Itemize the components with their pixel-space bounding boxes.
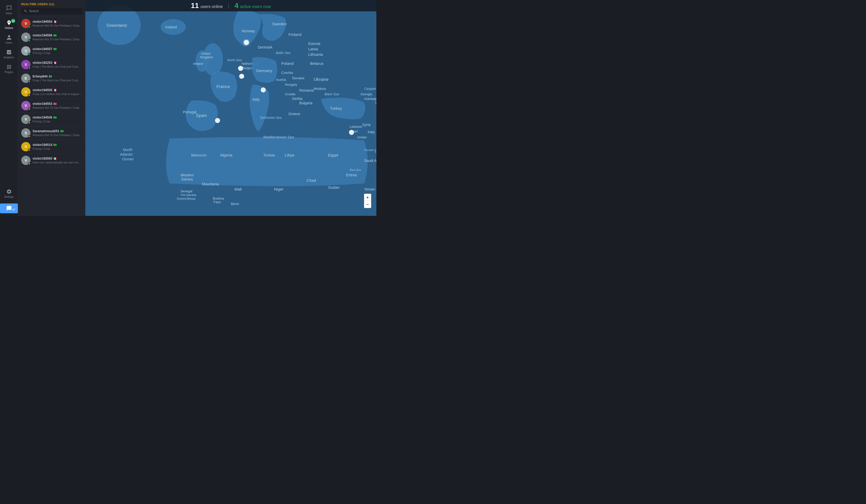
svg-text:Belarus: Belarus xyxy=(310,61,324,66)
zoom-controls: + − xyxy=(364,194,371,208)
avatar-wrap: E xyxy=(21,73,31,83)
svg-text:Germany: Germany xyxy=(256,68,273,73)
sidebar-label-analytics: Analytics xyxy=(4,56,14,59)
svg-point-85 xyxy=(261,88,266,93)
svg-text:Sudan: Sudan xyxy=(328,185,340,190)
visitor-info: visitor194556 🇧🇷 Reasons Not To Use Fire… xyxy=(33,34,82,41)
visitor-item[interactable]: E Erfanp844 🇧🇷 Crisp | The Best Live Cha… xyxy=(18,71,85,85)
svg-text:Lithuania: Lithuania xyxy=(308,53,323,57)
status-dot xyxy=(28,80,31,83)
visitor-page: How can I automatically set user emails?… xyxy=(33,161,82,164)
svg-text:Burkina: Burkina xyxy=(213,197,224,201)
visitor-info: visitor194557 🇧🇷 Pricing | Crisp xyxy=(33,47,82,55)
svg-text:Norway: Norway xyxy=(242,28,255,33)
avatar-wrap: V xyxy=(21,60,31,69)
svg-text:Mali: Mali xyxy=(234,187,242,191)
svg-text:Iceland: Iceland xyxy=(165,25,177,29)
zoom-in-button[interactable]: + xyxy=(364,194,371,201)
visitor-item[interactable]: V visitor194554 🇫🇷 Reasons Not To Use Fi… xyxy=(18,17,85,31)
active-count: 4 xyxy=(234,2,238,10)
visitor-name: visitor194557 🇧🇷 xyxy=(33,47,82,51)
map-header: 11 users online | 4 active users now xyxy=(85,0,376,11)
svg-text:Saudi Arabia: Saudi Arabia xyxy=(364,159,376,163)
flag-icon: 🇫🇷 xyxy=(53,89,57,92)
visitor-item[interactable]: V visitor194545 🇧🇷 Pricing | Crisp xyxy=(18,113,85,126)
svg-text:Poland: Poland xyxy=(281,61,294,66)
svg-text:United: United xyxy=(201,52,210,56)
visitor-item[interactable]: V visitor194514 🇧🇷 Pricing | Crisp xyxy=(18,140,85,153)
visitor-page: Crisp | The Best Live Chat and Customer … xyxy=(33,65,82,68)
visitor-name: visitor194545 🇧🇷 xyxy=(33,116,82,119)
svg-text:Mauritania: Mauritania xyxy=(202,182,219,186)
active-label: active users now xyxy=(240,4,271,9)
avatar-wrap: V xyxy=(21,142,31,151)
avatar-wrap: V xyxy=(21,101,31,110)
svg-text:Azerbaijan: Azerbaijan xyxy=(364,97,376,101)
status-dot xyxy=(28,53,31,56)
svg-text:Yemen: Yemen xyxy=(364,187,375,191)
sidebar-chat-button[interactable]: 27 xyxy=(0,204,18,213)
visitor-page: Reasons Not To Use Firebase | Crisp xyxy=(33,106,82,109)
svg-text:Sweden: Sweden xyxy=(272,22,286,26)
zoom-out-button[interactable]: − xyxy=(364,201,371,208)
chat-icon xyxy=(6,5,12,11)
svg-text:Ocean: Ocean xyxy=(122,157,134,161)
svg-text:Sahara: Sahara xyxy=(181,177,193,181)
sidebar-item-users[interactable]: Users xyxy=(0,32,18,47)
visitor-page: Reasons Not To Use Firebase | Crisp xyxy=(33,24,82,27)
sidebar-item-analytics[interactable]: Analytics xyxy=(0,47,18,61)
svg-text:Libya: Libya xyxy=(285,153,295,157)
visitor-item[interactable]: S Saramahmoud251 🇧🇷 Reasons Not To Use F… xyxy=(18,126,85,140)
visitor-name: visitor192693 🇮🇹 xyxy=(33,157,82,160)
flag-icon: 🇧🇷 xyxy=(48,75,52,78)
search-input[interactable] xyxy=(29,9,80,13)
sidebar-item-inbox[interactable]: Inbox xyxy=(0,3,18,17)
visitor-name: visitor194555 🇫🇷 xyxy=(33,88,82,92)
avatar-wrap: V xyxy=(21,19,31,28)
users-online-label: users online xyxy=(200,4,223,9)
svg-text:Turkme...: Turkme... xyxy=(375,102,376,105)
svg-text:Georgia: Georgia xyxy=(360,92,372,96)
visitor-info: visitor192253 🇫🇷 Crisp | The Best Live C… xyxy=(33,61,82,68)
visitor-page: Pricing | Crisp xyxy=(33,51,82,55)
visitor-item[interactable]: V visitor192693 🇮🇹 How can I automatical… xyxy=(18,153,85,167)
active-users-section: 4 active users now xyxy=(234,2,271,10)
svg-text:Finland: Finland xyxy=(288,32,301,37)
svg-text:Syria: Syria xyxy=(363,123,371,127)
status-dot xyxy=(28,108,31,110)
visitor-item[interactable]: V visitor194556 🇧🇷 Reasons Not To Use Fi… xyxy=(18,31,85,44)
svg-text:Ireland: Ireland xyxy=(193,62,203,66)
visitor-item[interactable]: V visitor194555 🇫🇷 Crisp | Le meilleur l… xyxy=(18,85,85,99)
svg-text:Baltic Sea: Baltic Sea xyxy=(276,51,290,55)
sidebar-item-settings[interactable]: Settings xyxy=(0,186,18,201)
sidebar-item-visitors[interactable]: 11 Visitors xyxy=(0,17,18,32)
visitor-info: visitor194545 🇧🇷 Pricing | Crisp xyxy=(33,116,82,123)
users-online-count: 11 xyxy=(191,2,199,10)
svg-text:Egypt: Egypt xyxy=(328,153,338,157)
svg-text:Benin: Benin xyxy=(231,202,239,206)
svg-text:Lebanon: Lebanon xyxy=(350,125,363,129)
svg-point-83 xyxy=(238,66,243,71)
svg-text:Bulgaria: Bulgaria xyxy=(299,101,312,105)
visitor-item[interactable]: V visitor194553 🇳🇴 Reasons Not To Use Fi… xyxy=(18,99,85,113)
gear-icon xyxy=(6,189,12,194)
svg-text:Estonia: Estonia xyxy=(308,42,321,46)
chat-badge: 27 xyxy=(12,208,16,212)
grid-icon xyxy=(6,64,12,70)
sidebar-item-plugins[interactable]: Plugins xyxy=(0,61,18,76)
analytics-icon xyxy=(6,49,12,55)
person-icon xyxy=(6,35,12,40)
status-dot xyxy=(28,94,31,96)
visitor-info: Saramahmoud251 🇧🇷 Reasons Not To Use Fir… xyxy=(33,129,82,137)
visitor-item[interactable]: V visitor192253 🇫🇷 Crisp | The Best Live… xyxy=(18,58,85,71)
flag-icon: 🇫🇷 xyxy=(53,20,57,23)
visitor-item[interactable]: V visitor194557 🇧🇷 Pricing | Crisp xyxy=(18,44,85,58)
visitor-panel-header: REALTIME USERS (11) xyxy=(18,0,85,17)
svg-text:Tunisia: Tunisia xyxy=(263,153,275,157)
flag-icon: 🇮🇹 xyxy=(53,157,57,160)
world-map-svg: Greenland Iceland Norway Sweden Finland … xyxy=(85,0,376,216)
svg-text:Tyrrhenian Sea: Tyrrhenian Sea xyxy=(259,116,281,119)
visitor-name: visitor194553 🇳🇴 xyxy=(33,102,82,106)
svg-text:Czechia: Czechia xyxy=(281,71,293,75)
status-dot xyxy=(28,39,31,42)
